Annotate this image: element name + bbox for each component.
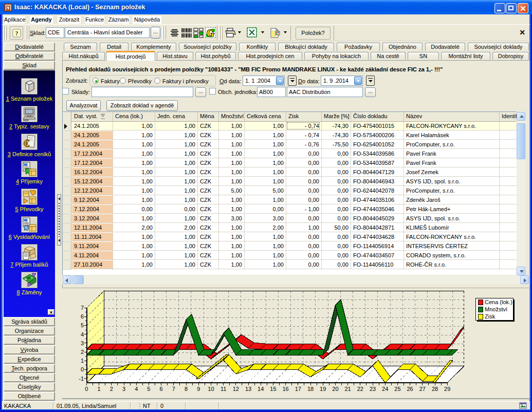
svg-text:0: 0	[81, 366, 84, 372]
svg-text:4: 4	[81, 331, 84, 338]
svg-text:26: 26	[407, 386, 413, 392]
svg-text:23: 23	[370, 386, 376, 392]
svg-text:27: 27	[419, 386, 426, 392]
svg-text:10: 10	[208, 386, 214, 392]
svg-text:15: 15	[270, 386, 276, 392]
svg-text:6: 6	[160, 386, 163, 392]
svg-text:Zisk: Zisk	[485, 313, 496, 320]
svg-text:2: 2	[110, 386, 113, 392]
svg-text:13: 13	[245, 386, 251, 392]
svg-text:Cena (lok.): Cena (lok.)	[485, 299, 512, 305]
svg-text:€: €	[24, 137, 29, 149]
svg-text:16: 16	[282, 386, 288, 392]
svg-text:24: 24	[382, 386, 388, 392]
svg-text:25: 25	[394, 386, 400, 392]
svg-text:22: 22	[357, 386, 363, 392]
svg-text:21: 21	[344, 386, 351, 392]
svg-text:3: 3	[81, 340, 84, 346]
svg-text:G: G	[207, 28, 214, 39]
svg-text:2: 2	[81, 349, 84, 355]
svg-text:19: 19	[320, 386, 326, 392]
svg-text:Množství: Množství	[485, 306, 507, 312]
svg-text:18: 18	[307, 386, 314, 392]
svg-text:-1: -1	[79, 376, 84, 382]
svg-text:17: 17	[295, 386, 301, 392]
svg-text:9: 9	[197, 386, 200, 392]
svg-text:?: ?	[15, 30, 19, 37]
svg-text:28: 28	[432, 386, 438, 392]
svg-text:29: 29	[444, 386, 450, 392]
svg-text:12: 12	[233, 386, 239, 392]
svg-text:7: 7	[81, 305, 84, 311]
svg-text:11: 11	[221, 386, 226, 392]
svg-text:6: 6	[81, 313, 84, 320]
svg-text:14: 14	[258, 386, 264, 392]
svg-text:7: 7	[172, 386, 175, 392]
svg-text:3: 3	[122, 386, 125, 392]
svg-text:5: 5	[147, 386, 150, 392]
svg-text:20: 20	[332, 386, 338, 392]
svg-text:4: 4	[135, 386, 138, 392]
svg-text:0: 0	[85, 386, 88, 392]
svg-text:8: 8	[185, 386, 188, 392]
svg-text:5: 5	[81, 322, 84, 328]
svg-text:1: 1	[98, 386, 101, 392]
svg-text:1: 1	[81, 358, 84, 364]
